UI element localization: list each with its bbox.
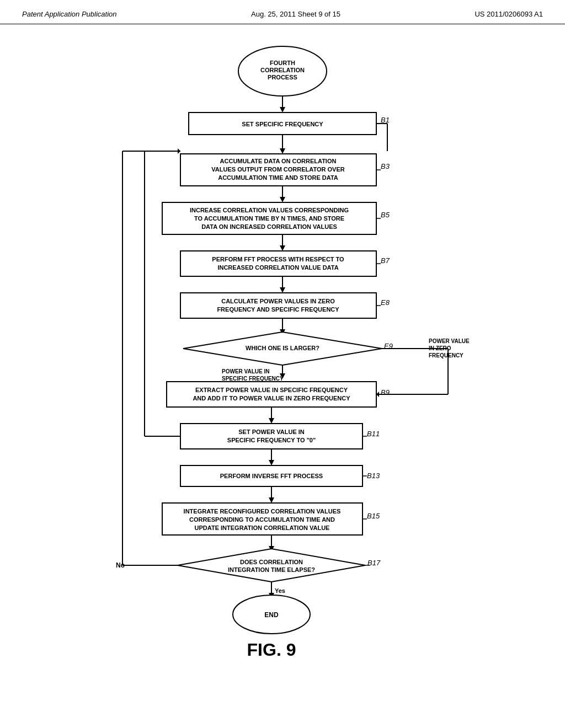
svg-marker-66 (269, 418, 274, 424)
svg-text:CORRELATION: CORRELATION (260, 67, 305, 73)
svg-text:END: END (264, 611, 279, 619)
svg-text:PERFORM FFT PROCESS WITH RESPE: PERFORM FFT PROCESS WITH RESPECT TO (212, 256, 344, 263)
svg-rect-37 (180, 293, 376, 318)
svg-rect-67 (180, 424, 363, 449)
svg-text:INTEGRATION TIME ELAPSE?: INTEGRATION TIME ELAPSE? (228, 566, 315, 573)
svg-marker-77 (269, 460, 274, 465)
svg-text:CORRESPONDING TO ACCUMULATION : CORRESPONDING TO ACCUMULATION TIME AND (189, 516, 335, 523)
svg-text:Yes: Yes (275, 587, 285, 594)
svg-text:AND ADD IT TO POWER VALUE IN Z: AND ADD IT TO POWER VALUE IN ZERO FREQUE… (193, 395, 350, 402)
svg-text:CALCULATE POWER VALUES IN ZERO: CALCULATE POWER VALUES IN ZERO (221, 298, 335, 304)
svg-text:WHICH ONE IS LARGER?: WHICH ONE IS LARGER? (246, 345, 319, 351)
svg-text:ACCUMULATE DATA ON CORRELATION: ACCUMULATE DATA ON CORRELATION (220, 158, 337, 164)
svg-text:FIG. 9: FIG. 9 (247, 640, 296, 660)
svg-text:B5: B5 (381, 211, 390, 219)
svg-text:E8: E8 (381, 298, 390, 307)
header: Patent Application Publication Aug. 25, … (0, 0, 565, 24)
svg-text:No: No (116, 561, 125, 569)
svg-text:ACCUMULATION TIME AND STORE DA: ACCUMULATION TIME AND STORE DATA (218, 174, 338, 181)
svg-marker-83 (269, 497, 274, 503)
svg-text:INCREASE CORRELATION VALUES CO: INCREASE CORRELATION VALUES CORRESPONDIN… (190, 207, 349, 213)
svg-text:FREQUENCY: FREQUENCY (429, 352, 463, 358)
svg-marker-36 (280, 287, 285, 293)
svg-text:POWER VALUE IN: POWER VALUE IN (222, 368, 269, 374)
svg-text:PERFORM INVERSE FFT PROCESS: PERFORM INVERSE FFT PROCESS (220, 473, 323, 479)
svg-text:VALUES OUTPUT FROM CORRELATOR : VALUES OUTPUT FROM CORRELATOR OVER (211, 166, 344, 173)
svg-text:PROCESS: PROCESS (268, 74, 297, 81)
svg-text:B7: B7 (381, 256, 390, 265)
svg-marker-92 (178, 549, 365, 582)
svg-text:SET SPECIFIC FREQUENCY: SET SPECIFIC FREQUENCY (242, 121, 323, 127)
flowchart-svg: FOURTH CORRELATION PROCESS SET SPECIFIC … (34, 41, 531, 675)
svg-text:UPDATE INTEGRATION CORRELATION: UPDATE INTEGRATION CORRELATION VALUE (195, 524, 330, 531)
header-publication-label: Patent Application Publication (22, 10, 117, 18)
svg-text:B11: B11 (367, 430, 380, 438)
svg-text:B13: B13 (367, 472, 380, 480)
svg-text:DATA ON INCREASED CORRELATION : DATA ON INCREASED CORRELATION VALUES (201, 223, 337, 230)
svg-text:DOES CORRELATION: DOES CORRELATION (240, 559, 303, 565)
svg-text:B15: B15 (367, 512, 380, 520)
svg-rect-30 (180, 251, 376, 276)
svg-text:INTEGRATE RECONFIGURED CORRELA: INTEGRATE RECONFIGURED CORRELATION VALUE… (184, 508, 341, 515)
svg-marker-75 (178, 148, 180, 154)
svg-text:B1: B1 (381, 116, 390, 124)
svg-rect-56 (167, 382, 376, 407)
header-patent-number: US 2011/0206093 A1 (475, 10, 543, 18)
svg-text:SET POWER VALUE IN: SET POWER VALUE IN (238, 429, 305, 435)
svg-text:INCREASED CORRELATION VALUE DA: INCREASED CORRELATION VALUE DATA (217, 264, 338, 271)
flowchart-container: FOURTH CORRELATION PROCESS SET SPECIFIC … (0, 24, 565, 697)
page: Patent Application Publication Aug. 25, … (0, 0, 565, 728)
header-date-sheet: Aug. 25, 2011 Sheet 9 of 15 (251, 10, 340, 18)
svg-text:SPECIFIC FREQUENCY TO "0": SPECIFIC FREQUENCY TO "0" (227, 437, 316, 443)
svg-text:TO ACCUMULATION TIME BY N TIME: TO ACCUMULATION TIME BY N TIMES, AND STO… (194, 215, 344, 222)
svg-marker-29 (280, 245, 285, 251)
svg-text:FOURTH: FOURTH (270, 60, 295, 66)
svg-marker-21 (280, 197, 285, 202)
svg-marker-5 (280, 107, 285, 113)
svg-text:EXTRACT POWER VALUE IN SPECIFI: EXTRACT POWER VALUE IN SPECIFIC FREQUENC… (195, 387, 348, 393)
svg-text:POWER VALUE: POWER VALUE (429, 338, 470, 344)
svg-marker-13 (280, 148, 285, 154)
svg-text:SPECIFIC FREQUENCY: SPECIFIC FREQUENCY (222, 376, 284, 382)
svg-text:B3: B3 (381, 162, 390, 170)
svg-text:B9: B9 (381, 388, 390, 397)
svg-text:FREQUENCY AND SPECIFIC FREQUEN: FREQUENCY AND SPECIFIC FREQUENCY (217, 306, 339, 313)
